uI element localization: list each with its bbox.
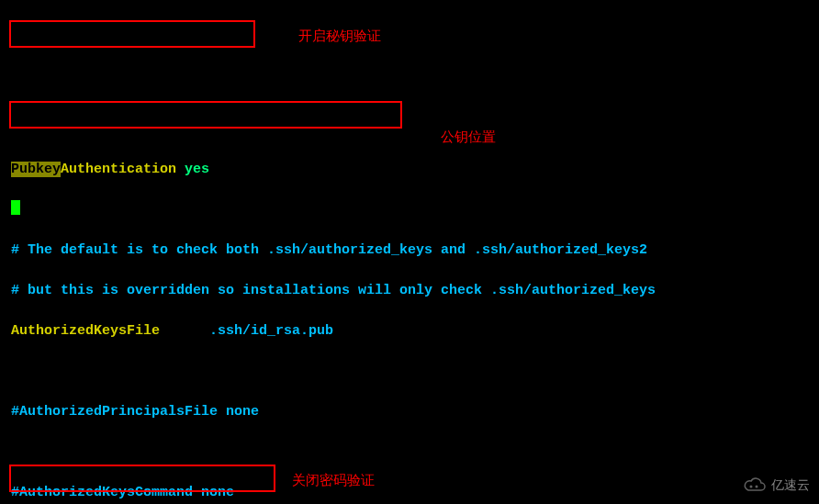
cursor-line bbox=[11, 200, 808, 220]
config-line-authorized-keys: AuthorizedKeysFile .ssh/id_rsa.pub bbox=[11, 321, 808, 342]
svg-point-0 bbox=[750, 486, 753, 488]
config-line-pubkey-auth: PubkeyAuthentication yes bbox=[11, 160, 808, 180]
watermark: 亿速云 bbox=[742, 475, 810, 495]
cloud-icon bbox=[742, 476, 768, 493]
config-key-pubkey: Pubkey bbox=[11, 162, 61, 177]
comment-line: # but this is overridden so installation… bbox=[11, 281, 808, 301]
config-value-yes: yes bbox=[185, 162, 209, 177]
svg-point-1 bbox=[756, 486, 758, 488]
config-key-auth: Authentication bbox=[61, 162, 176, 177]
terminal-output: PubkeyAuthentication yes # The default i… bbox=[11, 99, 808, 504]
watermark-text: 亿速云 bbox=[771, 475, 810, 495]
highlight-box-pubkey bbox=[9, 20, 255, 48]
annotation-enable-key-auth: 开启秘钥验证 bbox=[298, 26, 381, 46]
cursor bbox=[11, 200, 20, 215]
config-key: AuthorizedKeysFile bbox=[11, 323, 160, 339]
comment-line: #AuthorizedKeysCommand none bbox=[11, 483, 808, 503]
comment-line: #AuthorizedPrincipalsFile none bbox=[11, 402, 808, 422]
comment-line: # The default is to check both .ssh/auth… bbox=[11, 241, 808, 261]
config-value: .ssh/id_rsa.pub bbox=[209, 323, 333, 339]
blank-line bbox=[11, 362, 808, 382]
annotation-disable-password: 关闭密码验证 bbox=[292, 470, 375, 490]
blank-line bbox=[11, 442, 808, 463]
config-line bbox=[11, 119, 808, 140]
annotation-pubkey-location: 公钥位置 bbox=[441, 127, 496, 147]
